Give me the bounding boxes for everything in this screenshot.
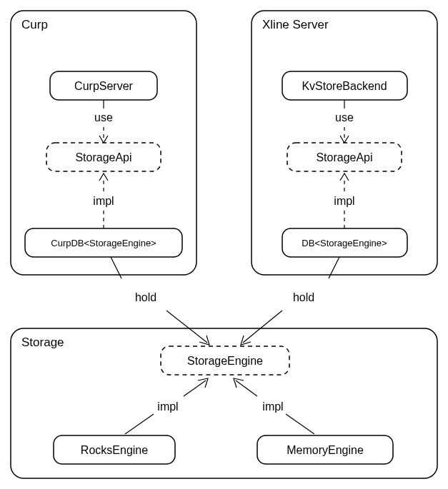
edge-impl1-label: impl xyxy=(93,195,114,207)
storage-engine-label: StorageEngine xyxy=(187,355,263,367)
xline-title: Xline Server xyxy=(262,18,329,31)
storage-api-1-label: StorageApi xyxy=(75,151,131,163)
edge-hold2-part2 xyxy=(243,311,282,343)
curp-server-label: CurpServer xyxy=(74,80,133,92)
edge-impl3-part1 xyxy=(125,414,154,434)
rocks-engine-label: RocksEngine xyxy=(81,444,148,456)
edge-impl1-arrow xyxy=(99,173,108,181)
edge-hold1-label: hold xyxy=(135,291,156,303)
kv-store-backend-label: KvStoreBackend xyxy=(302,80,387,92)
edge-hold1-part2 xyxy=(166,311,207,343)
edge-impl2-label: impl xyxy=(334,195,354,207)
curp-db-label: CurpDB<StorageEngine> xyxy=(51,238,156,248)
edge-use1-label: use xyxy=(94,111,113,123)
curp-title: Curp xyxy=(21,18,48,31)
architecture-diagram: Curp CurpServer use StorageApi impl Curp… xyxy=(0,0,448,489)
edge-impl3-part2 xyxy=(184,380,206,396)
db-label: DB<StorageEngine> xyxy=(302,238,387,248)
edge-hold2-label: hold xyxy=(293,291,314,303)
edge-use2-label: use xyxy=(335,111,354,123)
edge-impl4-part2 xyxy=(236,380,257,396)
edge-impl4-part1 xyxy=(286,414,314,434)
memory-engine-label: MemoryEngine xyxy=(287,444,364,456)
edge-impl2-arrow xyxy=(340,173,349,181)
storage-title: Storage xyxy=(21,336,64,349)
storage-api-2-label: StorageApi xyxy=(316,151,372,163)
edge-impl4-label: impl xyxy=(262,400,283,413)
edge-impl3-label: impl xyxy=(157,400,178,413)
